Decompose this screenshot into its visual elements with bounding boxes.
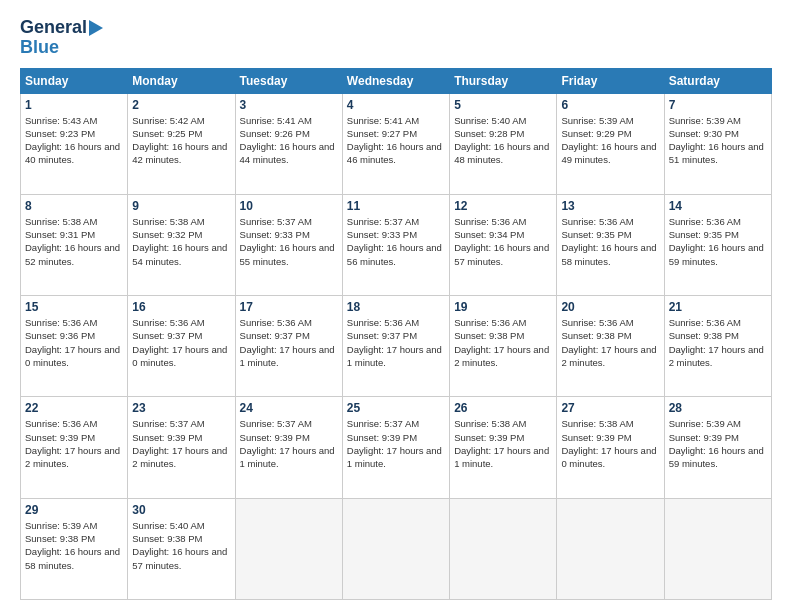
calendar-cell <box>235 498 342 599</box>
weekday-header: Monday <box>128 68 235 93</box>
day-info: Sunrise: 5:41 AMSunset: 9:27 PMDaylight:… <box>347 114 445 167</box>
calendar-cell <box>557 498 664 599</box>
calendar-cell: 3Sunrise: 5:41 AMSunset: 9:26 PMDaylight… <box>235 93 342 194</box>
calendar-cell: 13Sunrise: 5:36 AMSunset: 9:35 PMDayligh… <box>557 194 664 295</box>
calendar-row: 8Sunrise: 5:38 AMSunset: 9:31 PMDaylight… <box>21 194 772 295</box>
day-info: Sunrise: 5:36 AMSunset: 9:39 PMDaylight:… <box>25 417 123 470</box>
day-number: 28 <box>669 401 767 415</box>
day-info: Sunrise: 5:36 AMSunset: 9:38 PMDaylight:… <box>561 316 659 369</box>
day-number: 3 <box>240 98 338 112</box>
day-number: 23 <box>132 401 230 415</box>
calendar-cell: 28Sunrise: 5:39 AMSunset: 9:39 PMDayligh… <box>664 397 771 498</box>
calendar-cell: 14Sunrise: 5:36 AMSunset: 9:35 PMDayligh… <box>664 194 771 295</box>
day-number: 5 <box>454 98 552 112</box>
day-number: 16 <box>132 300 230 314</box>
calendar-cell: 12Sunrise: 5:36 AMSunset: 9:34 PMDayligh… <box>450 194 557 295</box>
day-info: Sunrise: 5:41 AMSunset: 9:26 PMDaylight:… <box>240 114 338 167</box>
day-info: Sunrise: 5:40 AMSunset: 9:38 PMDaylight:… <box>132 519 230 572</box>
day-number: 30 <box>132 503 230 517</box>
day-number: 19 <box>454 300 552 314</box>
day-number: 11 <box>347 199 445 213</box>
calendar-row: 15Sunrise: 5:36 AMSunset: 9:36 PMDayligh… <box>21 296 772 397</box>
logo-general: General <box>20 17 87 37</box>
calendar-cell: 24Sunrise: 5:37 AMSunset: 9:39 PMDayligh… <box>235 397 342 498</box>
day-info: Sunrise: 5:40 AMSunset: 9:28 PMDaylight:… <box>454 114 552 167</box>
day-number: 14 <box>669 199 767 213</box>
calendar-table: SundayMondayTuesdayWednesdayThursdayFrid… <box>20 68 772 600</box>
weekday-header: Friday <box>557 68 664 93</box>
day-number: 9 <box>132 199 230 213</box>
calendar-cell: 9Sunrise: 5:38 AMSunset: 9:32 PMDaylight… <box>128 194 235 295</box>
calendar-cell: 26Sunrise: 5:38 AMSunset: 9:39 PMDayligh… <box>450 397 557 498</box>
calendar-cell: 6Sunrise: 5:39 AMSunset: 9:29 PMDaylight… <box>557 93 664 194</box>
header: General Blue <box>20 18 772 58</box>
weekday-header: Sunday <box>21 68 128 93</box>
weekday-header: Wednesday <box>342 68 449 93</box>
day-number: 4 <box>347 98 445 112</box>
day-number: 10 <box>240 199 338 213</box>
calendar-cell: 17Sunrise: 5:36 AMSunset: 9:37 PMDayligh… <box>235 296 342 397</box>
logo: General Blue <box>20 18 103 58</box>
day-number: 22 <box>25 401 123 415</box>
day-number: 13 <box>561 199 659 213</box>
day-info: Sunrise: 5:38 AMSunset: 9:31 PMDaylight:… <box>25 215 123 268</box>
day-info: Sunrise: 5:42 AMSunset: 9:25 PMDaylight:… <box>132 114 230 167</box>
day-number: 1 <box>25 98 123 112</box>
weekday-header: Saturday <box>664 68 771 93</box>
day-number: 21 <box>669 300 767 314</box>
day-number: 8 <box>25 199 123 213</box>
day-info: Sunrise: 5:37 AMSunset: 9:33 PMDaylight:… <box>240 215 338 268</box>
day-number: 7 <box>669 98 767 112</box>
calendar-cell: 8Sunrise: 5:38 AMSunset: 9:31 PMDaylight… <box>21 194 128 295</box>
day-info: Sunrise: 5:36 AMSunset: 9:38 PMDaylight:… <box>454 316 552 369</box>
day-info: Sunrise: 5:39 AMSunset: 9:39 PMDaylight:… <box>669 417 767 470</box>
calendar-cell: 25Sunrise: 5:37 AMSunset: 9:39 PMDayligh… <box>342 397 449 498</box>
calendar-cell: 18Sunrise: 5:36 AMSunset: 9:37 PMDayligh… <box>342 296 449 397</box>
day-info: Sunrise: 5:39 AMSunset: 9:30 PMDaylight:… <box>669 114 767 167</box>
calendar-cell: 20Sunrise: 5:36 AMSunset: 9:38 PMDayligh… <box>557 296 664 397</box>
day-number: 20 <box>561 300 659 314</box>
day-number: 26 <box>454 401 552 415</box>
logo-blue: Blue <box>20 38 59 58</box>
weekday-header-row: SundayMondayTuesdayWednesdayThursdayFrid… <box>21 68 772 93</box>
day-info: Sunrise: 5:39 AMSunset: 9:38 PMDaylight:… <box>25 519 123 572</box>
day-info: Sunrise: 5:36 AMSunset: 9:37 PMDaylight:… <box>347 316 445 369</box>
day-number: 25 <box>347 401 445 415</box>
day-info: Sunrise: 5:37 AMSunset: 9:33 PMDaylight:… <box>347 215 445 268</box>
day-info: Sunrise: 5:37 AMSunset: 9:39 PMDaylight:… <box>347 417 445 470</box>
calendar-cell <box>664 498 771 599</box>
day-info: Sunrise: 5:36 AMSunset: 9:37 PMDaylight:… <box>240 316 338 369</box>
day-info: Sunrise: 5:38 AMSunset: 9:39 PMDaylight:… <box>454 417 552 470</box>
calendar-cell: 21Sunrise: 5:36 AMSunset: 9:38 PMDayligh… <box>664 296 771 397</box>
day-info: Sunrise: 5:38 AMSunset: 9:39 PMDaylight:… <box>561 417 659 470</box>
day-number: 6 <box>561 98 659 112</box>
calendar-cell: 10Sunrise: 5:37 AMSunset: 9:33 PMDayligh… <box>235 194 342 295</box>
calendar-cell: 23Sunrise: 5:37 AMSunset: 9:39 PMDayligh… <box>128 397 235 498</box>
day-info: Sunrise: 5:36 AMSunset: 9:37 PMDaylight:… <box>132 316 230 369</box>
day-number: 24 <box>240 401 338 415</box>
calendar-cell: 11Sunrise: 5:37 AMSunset: 9:33 PMDayligh… <box>342 194 449 295</box>
day-number: 12 <box>454 199 552 213</box>
calendar-cell: 5Sunrise: 5:40 AMSunset: 9:28 PMDaylight… <box>450 93 557 194</box>
day-info: Sunrise: 5:36 AMSunset: 9:35 PMDaylight:… <box>669 215 767 268</box>
calendar-cell <box>342 498 449 599</box>
day-info: Sunrise: 5:36 AMSunset: 9:36 PMDaylight:… <box>25 316 123 369</box>
day-info: Sunrise: 5:37 AMSunset: 9:39 PMDaylight:… <box>240 417 338 470</box>
day-number: 2 <box>132 98 230 112</box>
calendar-cell: 2Sunrise: 5:42 AMSunset: 9:25 PMDaylight… <box>128 93 235 194</box>
day-number: 18 <box>347 300 445 314</box>
day-info: Sunrise: 5:36 AMSunset: 9:34 PMDaylight:… <box>454 215 552 268</box>
day-number: 17 <box>240 300 338 314</box>
calendar-cell: 4Sunrise: 5:41 AMSunset: 9:27 PMDaylight… <box>342 93 449 194</box>
day-info: Sunrise: 5:37 AMSunset: 9:39 PMDaylight:… <box>132 417 230 470</box>
calendar-row: 29Sunrise: 5:39 AMSunset: 9:38 PMDayligh… <box>21 498 772 599</box>
logo-text: General <box>20 18 103 38</box>
day-info: Sunrise: 5:43 AMSunset: 9:23 PMDaylight:… <box>25 114 123 167</box>
day-number: 15 <box>25 300 123 314</box>
calendar-cell <box>450 498 557 599</box>
day-info: Sunrise: 5:36 AMSunset: 9:38 PMDaylight:… <box>669 316 767 369</box>
calendar-cell: 30Sunrise: 5:40 AMSunset: 9:38 PMDayligh… <box>128 498 235 599</box>
day-number: 27 <box>561 401 659 415</box>
page: General Blue SundayMondayTuesdayWednesda… <box>0 0 792 612</box>
calendar-row: 22Sunrise: 5:36 AMSunset: 9:39 PMDayligh… <box>21 397 772 498</box>
